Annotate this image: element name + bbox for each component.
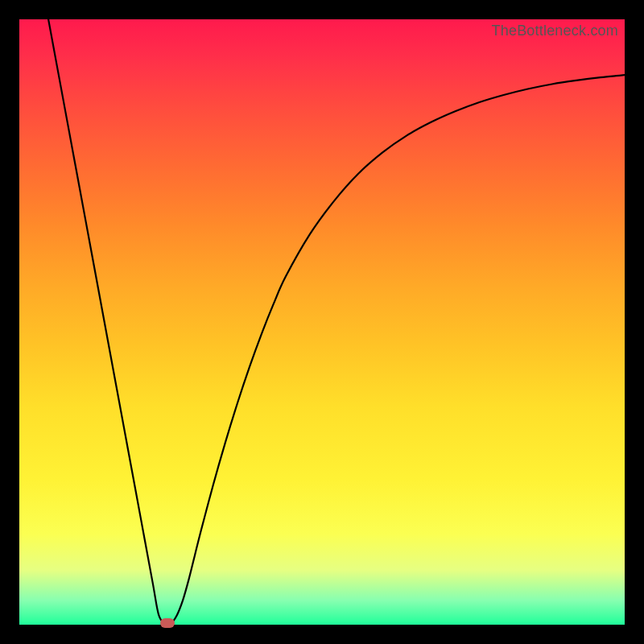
chart-marker [160, 618, 175, 628]
chart-container: TheBottleneck.com [0, 0, 644, 644]
chart-plot-area: TheBottleneck.com [19, 19, 625, 625]
chart-curve [19, 19, 625, 625]
watermark-label: TheBottleneck.com [492, 23, 618, 39]
